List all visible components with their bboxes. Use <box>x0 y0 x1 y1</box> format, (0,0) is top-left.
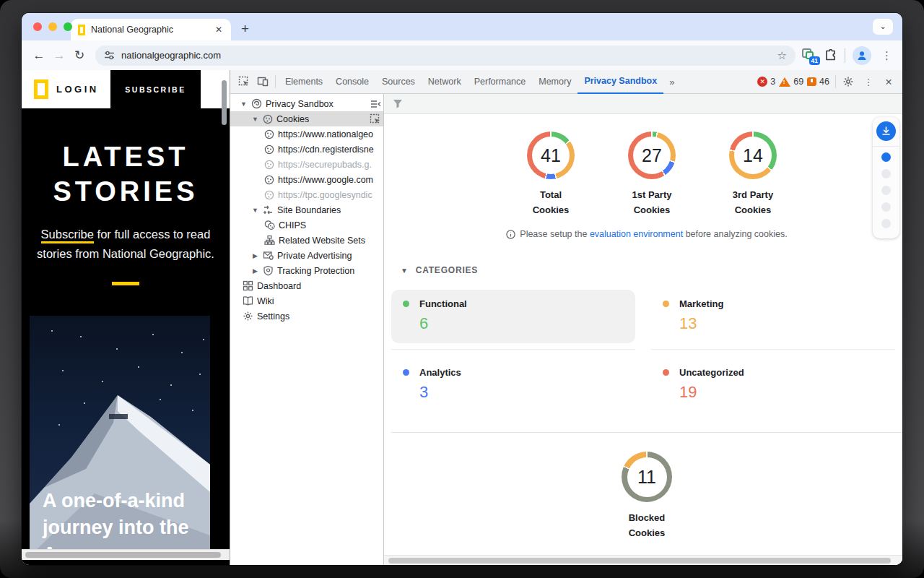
devtools-panel: Elements Console Sources Network Perform… <box>230 70 902 565</box>
tabbar-separator <box>275 75 276 88</box>
yellow-divider <box>112 282 139 285</box>
tree-item-cookies[interactable]: ▼ Cookies <box>230 111 383 126</box>
toolbar-separator <box>845 48 845 63</box>
page-horizontal-scrollbar[interactable] <box>22 549 230 560</box>
devtools-menu-kebab-icon[interactable]: ⋮ <box>859 72 878 91</box>
rail-step-3[interactable] <box>881 186 891 195</box>
login-button[interactable]: LOGIN <box>56 84 99 95</box>
tree-item-wiki[interactable]: Wiki <box>230 293 383 309</box>
tree-item-site-boundaries[interactable]: ▼ Site Boundaries <box>230 202 383 217</box>
chevron-down-icon: ▼ <box>401 267 409 275</box>
rail-step-1[interactable] <box>881 152 891 162</box>
warning-icon <box>779 77 790 87</box>
collapse-sidebar-icon[interactable] <box>370 99 381 109</box>
rail-step-4[interactable] <box>881 202 891 212</box>
gear-icon <box>243 311 253 322</box>
category-analytics[interactable]: Analytics 3 <box>391 350 635 418</box>
tree-item-dashboard[interactable]: Dashboard <box>230 278 383 293</box>
tree-item-privacy-sandbox[interactable]: ▼ Privacy Sandbox <box>230 96 383 111</box>
story-card[interactable]: A one-of-a-kind journey into the Amazon <box>30 316 210 556</box>
tab-elements[interactable]: Elements <box>279 70 329 94</box>
back-button[interactable]: ← <box>29 48 49 63</box>
tab-console[interactable]: Console <box>329 70 375 94</box>
donut-value: 41 <box>527 131 575 179</box>
tree-item-tracking-protection[interactable]: ▶ Tracking Protection <box>230 263 383 278</box>
privacy-sandbox-extension-icon[interactable]: 41 <box>801 48 817 63</box>
categories-section-header[interactable]: ▼ CATEGORIES <box>401 265 902 275</box>
cookie-count-badge: 41 <box>809 56 820 65</box>
tab-strip: National Geographic ✕ + ⌄ <box>22 13 902 40</box>
uncategorized-count: 19 <box>679 383 884 402</box>
tree-item-related-website-sets[interactable]: Related Website Sets <box>230 233 383 248</box>
natgeo-favicon-icon <box>78 25 85 35</box>
tree-item-url-googlesyndication[interactable]: https://tpc.googlesyndic <box>230 187 383 202</box>
expand-arrow-icon[interactable]: ▼ <box>240 100 248 108</box>
filter-funnel-icon[interactable] <box>393 99 403 108</box>
org-chart-icon <box>264 235 275 246</box>
url-text[interactable]: nationalgeographic.com <box>121 50 771 61</box>
tab-performance[interactable]: Performance <box>468 70 533 94</box>
tab-search-chevron-icon[interactable]: ⌄ <box>873 19 893 35</box>
expand-arrow-icon[interactable]: ▼ <box>251 116 259 123</box>
tree-item-url-nationalgeographic[interactable]: https://www.nationalgeo <box>230 126 383 142</box>
tree-item-url-google[interactable]: https://www.google.com <box>230 172 383 187</box>
tab-title: National Geographic <box>91 25 208 35</box>
natgeo-brand[interactable]: LOGIN <box>22 70 110 108</box>
inspect-element-icon[interactable] <box>235 72 253 91</box>
expand-arrow-icon[interactable]: ▼ <box>251 207 259 214</box>
collapsed-arrow-icon[interactable]: ▶ <box>251 252 259 259</box>
inspect-icon[interactable] <box>370 113 381 124</box>
tab-close-icon[interactable]: ✕ <box>214 25 224 35</box>
device-toolbar-icon[interactable] <box>253 72 272 91</box>
error-icon: ✕ <box>757 77 767 87</box>
browser-tab[interactable]: National Geographic ✕ <box>71 19 231 40</box>
category-functional[interactable]: Functional 6 <box>391 286 635 350</box>
blocked-cookies-section: 11 BlockedCookies <box>391 433 902 540</box>
category-marketing[interactable]: Marketing 13 <box>651 286 895 350</box>
tree-item-url-securepubads[interactable]: https://securepubads.g. <box>230 157 383 172</box>
tree-item-chips[interactable]: CHIPS <box>230 217 383 233</box>
subscribe-link[interactable]: Subscribe <box>41 228 94 243</box>
issues-icon <box>807 77 816 86</box>
more-tabs-icon[interactable]: » <box>663 77 680 87</box>
marketing-count: 13 <box>679 314 884 333</box>
category-uncategorized[interactable]: Uncategorized 19 <box>651 350 895 418</box>
profile-avatar[interactable] <box>853 46 871 65</box>
private-advertising-icon <box>263 250 274 261</box>
tree-item-url-registerdisney[interactable]: https://cdn.registerdisne <box>230 142 383 157</box>
extensions-puzzle-icon[interactable] <box>824 49 837 62</box>
console-badges[interactable]: ✕ 3 69 46 <box>757 77 829 87</box>
analytics-dot-icon <box>403 369 409 376</box>
rail-step-5[interactable] <box>881 219 891 228</box>
subscribe-button[interactable]: SUBSCRIBE <box>110 70 201 108</box>
rail-step-2[interactable] <box>881 169 891 178</box>
issues-count: 46 <box>819 77 829 87</box>
browser-menu-icon[interactable]: ⋮ <box>879 49 895 62</box>
tree-item-private-advertising[interactable]: ▶ Private Advertising <box>230 248 383 263</box>
evaluation-environment-link[interactable]: evaluation environment <box>590 229 683 239</box>
devtools-horizontal-scrollbar[interactable] <box>384 555 902 565</box>
reload-button[interactable]: ↻ <box>69 48 90 63</box>
download-report-button[interactable] <box>876 121 896 141</box>
zoom-window-button[interactable] <box>64 22 72 31</box>
page-vertical-scrollbar[interactable] <box>222 80 227 125</box>
forward-button[interactable]: → <box>49 48 69 63</box>
close-window-button[interactable] <box>33 22 42 31</box>
tab-privacy-sandbox[interactable]: Privacy Sandbox <box>578 70 663 94</box>
tab-network[interactable]: Network <box>422 70 468 94</box>
donut-value: 11 <box>622 452 672 502</box>
privacy-sandbox-icon <box>251 98 262 109</box>
cookie-icon <box>264 144 274 155</box>
tab-sources[interactable]: Sources <box>375 70 422 94</box>
devtools-settings-gear-icon[interactable] <box>839 72 858 91</box>
donut-first-party-cookies: 27 1st PartyCookies <box>614 131 689 217</box>
tree-item-settings[interactable]: Settings <box>230 309 383 324</box>
tab-memory[interactable]: Memory <box>532 70 578 94</box>
new-tab-button[interactable]: + <box>241 22 249 35</box>
minimize-window-button[interactable] <box>48 22 57 31</box>
collapsed-arrow-icon[interactable]: ▶ <box>251 267 259 275</box>
bookmark-star-icon[interactable]: ☆ <box>777 49 787 62</box>
address-bar[interactable]: nationalgeographic.com ☆ <box>95 46 796 66</box>
devtools-close-icon[interactable]: ✕ <box>879 72 898 91</box>
site-info-icon[interactable] <box>104 50 115 61</box>
